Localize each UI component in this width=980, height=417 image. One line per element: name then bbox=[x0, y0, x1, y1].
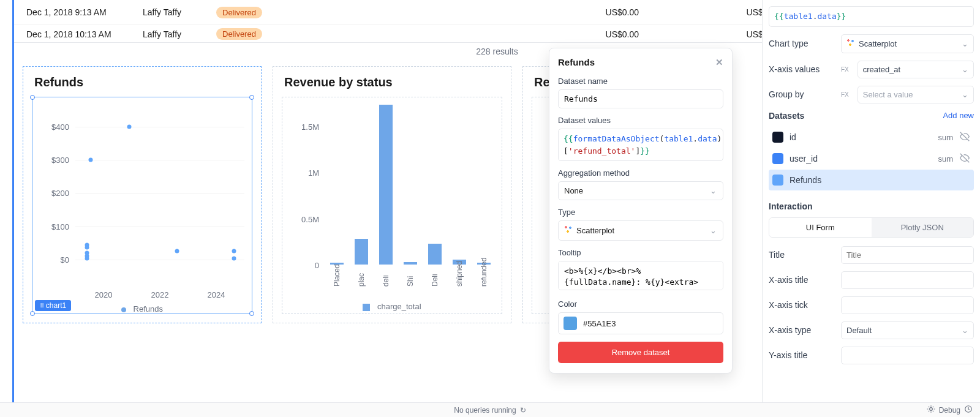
resize-handle-tl[interactable] bbox=[30, 95, 35, 100]
status-badge: Delivered bbox=[216, 28, 262, 40]
status-bar: No queries running ↻ Debug bbox=[0, 402, 980, 417]
chart-title: Refunds bbox=[23, 67, 261, 93]
color-swatch bbox=[772, 132, 783, 143]
cell-amount2: US$1.00 bbox=[639, 7, 780, 17]
xaxis-type-label: X-axis type bbox=[769, 325, 836, 335]
chart-component-tag[interactable]: chart1 bbox=[35, 300, 71, 311]
color-swatch bbox=[564, 317, 577, 330]
resize-handle-tr[interactable] bbox=[249, 95, 254, 100]
add-dataset-link[interactable]: Add new bbox=[943, 111, 974, 120]
xaxis-type-select[interactable]: Default bbox=[841, 321, 974, 339]
legend-square-icon bbox=[363, 304, 370, 311]
color-swatch bbox=[772, 175, 783, 186]
refresh-icon[interactable]: ↻ bbox=[520, 406, 526, 415]
color-input[interactable]: #55A1E3 bbox=[558, 312, 723, 334]
cell-amount1: US$0.00 bbox=[498, 29, 639, 39]
tooltip-input[interactable] bbox=[558, 261, 723, 290]
interaction-heading: Interaction bbox=[769, 201, 813, 211]
xaxis-values-select[interactable]: created_at bbox=[858, 61, 974, 78]
cell-timestamp: Dec 1, 2018 10:13 AM bbox=[26, 29, 143, 39]
bug-icon[interactable] bbox=[927, 405, 935, 415]
xaxis-title-label: X-axis title bbox=[769, 275, 836, 285]
svg-point-0 bbox=[929, 408, 932, 411]
dataset-row-userid[interactable]: user_id sum bbox=[769, 148, 974, 170]
cell-amount1: US$0.00 bbox=[498, 7, 639, 17]
revenue-status-chart-body[interactable]: 1.5M 1M 0.5M 0 Placed plac deli Shi Deli… bbox=[282, 97, 502, 314]
y-axis: $400 $300 $200 $100 $0 bbox=[32, 105, 73, 289]
dataset-row-refunds[interactable]: Refunds bbox=[769, 170, 974, 190]
fx-badge[interactable]: FX bbox=[841, 91, 849, 98]
chart-type-select[interactable]: Scatterplot bbox=[841, 34, 974, 53]
toggle-ui-form[interactable]: UI Form bbox=[769, 218, 872, 237]
remove-dataset-button[interactable]: Remove dataset bbox=[558, 342, 723, 363]
dataset-name-input[interactable] bbox=[558, 89, 723, 108]
revenue-status-chart-card[interactable]: Revenue by status 1.5M 1M 0.5M 0 Placed … bbox=[273, 66, 511, 323]
chart-title: Revenue by status bbox=[273, 67, 511, 93]
type-select[interactable]: Scatterplot bbox=[558, 220, 723, 241]
groupby-label: Group by bbox=[769, 89, 836, 99]
status-badge: Delivered bbox=[216, 7, 262, 18]
xaxis-values-label: X-axis values bbox=[769, 64, 836, 74]
dataset-values-input[interactable]: {{formatDataAsObject(table1.data)['refun… bbox=[558, 129, 723, 161]
xaxis-tick-input[interactable] bbox=[841, 296, 974, 314]
dataset-values-label: Dataset values bbox=[558, 116, 723, 125]
dataset-editor-popover: Refunds ✕ Dataset name Dataset values {{… bbox=[549, 48, 733, 374]
datasets-heading: Datasets bbox=[769, 111, 804, 121]
query-status: No queries running bbox=[454, 406, 516, 415]
history-icon[interactable] bbox=[964, 405, 973, 415]
yaxis-title-label: Y-axis title bbox=[769, 350, 836, 360]
cell-amount2: US$1.00 bbox=[639, 29, 780, 39]
eye-off-icon[interactable] bbox=[959, 153, 970, 165]
close-icon[interactable]: ✕ bbox=[715, 57, 723, 68]
inspector-panel: {{table1.data}} Chart type Scatterplot X… bbox=[762, 0, 980, 402]
xaxis-tick-label: X-axis tick bbox=[769, 300, 836, 310]
toggle-plotly-json[interactable]: Plotly JSON bbox=[872, 218, 974, 237]
refunds-chart-card[interactable]: Refunds $400 $300 $200 $100 $0 bbox=[23, 66, 262, 323]
debug-label[interactable]: Debug bbox=[939, 406, 960, 415]
tooltip-label: Tooltip bbox=[558, 248, 723, 257]
x-axis: 2020 2022 2024 bbox=[75, 290, 244, 302]
cell-name: Laffy Taffy bbox=[143, 7, 216, 17]
aggregation-label: Aggregation method bbox=[558, 168, 723, 178]
groupby-select[interactable]: Select a value bbox=[858, 86, 974, 103]
color-swatch bbox=[772, 153, 783, 164]
cell-name: Laffy Taffy bbox=[143, 29, 216, 39]
chart-type-label: Chart type bbox=[769, 39, 836, 48]
dataset-row-id[interactable]: id sum bbox=[769, 127, 974, 148]
xaxis-title-input[interactable] bbox=[841, 271, 974, 289]
type-label: Type bbox=[558, 208, 723, 217]
data-source-input[interactable]: {{table1.data}} bbox=[769, 6, 974, 27]
legend-dot-icon bbox=[121, 307, 126, 312]
popover-title: Refunds bbox=[558, 57, 595, 68]
y-axis: 1.5M 1M 0.5M 0 bbox=[282, 105, 323, 289]
cell-timestamp: Dec 1, 2018 9:13 AM bbox=[26, 7, 143, 17]
refunds-chart-body[interactable]: $400 $300 $200 $100 $0 bbox=[32, 97, 252, 314]
form-json-toggle: UI Form Plotly JSON bbox=[769, 217, 974, 238]
scatter-icon bbox=[846, 39, 855, 49]
dataset-name-label: Dataset name bbox=[558, 77, 723, 86]
chart-legend: charge_total bbox=[282, 302, 502, 311]
cell-status: Delivered bbox=[216, 7, 498, 18]
aggregation-select[interactable]: None bbox=[558, 181, 723, 200]
cell-status: Delivered bbox=[216, 28, 498, 40]
color-label: Color bbox=[558, 299, 723, 309]
scatter-icon bbox=[564, 225, 573, 236]
title-input[interactable] bbox=[841, 246, 974, 264]
yaxis-title-input[interactable] bbox=[841, 347, 974, 364]
title-label: Title bbox=[769, 250, 836, 260]
scatter-plot bbox=[75, 105, 244, 289]
bar-plot: Placed plac deli Shi Deli shipned refund… bbox=[326, 105, 494, 265]
fx-badge[interactable]: FX bbox=[841, 66, 849, 73]
eye-off-icon[interactable] bbox=[959, 132, 970, 143]
